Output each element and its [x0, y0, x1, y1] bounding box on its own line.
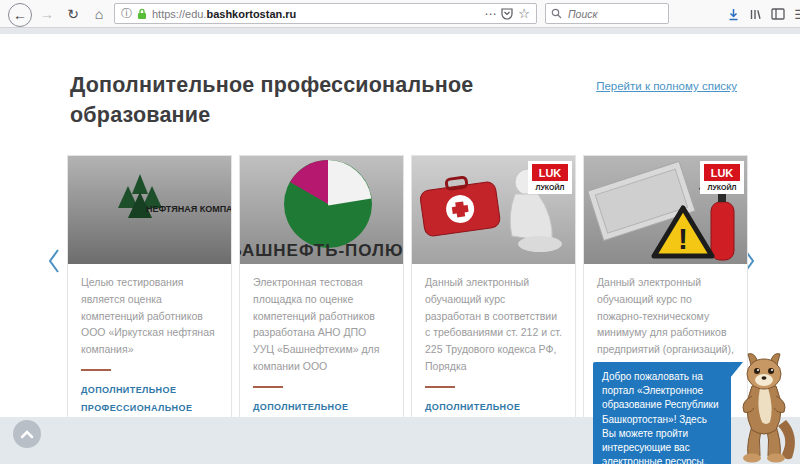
mascot-marten[interactable]: [728, 350, 800, 464]
full-list-link[interactable]: Перейти к полному списку: [596, 80, 737, 92]
back-button[interactable]: ←: [8, 3, 32, 27]
browser-toolbar: ← → ↻ ⌂ ⓘ https://edu.bashkortostan.ru ⋯…: [0, 0, 800, 28]
welcome-tooltip-text: Добро пожаловать на портал «Электронное …: [602, 371, 719, 464]
https-lock-icon: [137, 8, 147, 20]
site-info-icon[interactable]: ⓘ: [121, 6, 132, 21]
course-description: Данный электронный обучающий курс разраб…: [425, 274, 562, 375]
bookmark-star-icon[interactable]: ☆: [518, 6, 530, 21]
library-icon[interactable]: [749, 8, 762, 21]
browser-window: ← → ↻ ⌂ ⓘ https://edu.bashkortostan.ru ⋯…: [0, 0, 800, 464]
carousel-prev-button[interactable]: [47, 248, 61, 274]
irkutsk-oil-logo-image: НЕФТЯНАЯ КОМПАНИЯ: [68, 156, 231, 264]
svg-text:НЕФТЯНАЯ КОМПАНИЯ: НЕФТЯНАЯ КОМПАНИЯ: [146, 204, 231, 214]
course-description: Данный электронный обучающий курс по пож…: [597, 274, 734, 375]
course-description: Целью тестирования является оценка компе…: [81, 274, 218, 358]
url-scheme: https://edu.: [152, 8, 206, 20]
url-text: https://edu.bashkortostan.ru: [152, 8, 296, 20]
pocket-icon[interactable]: [501, 8, 513, 20]
sphere-logo: [284, 160, 372, 248]
page-actions-icon[interactable]: ⋯: [484, 7, 496, 21]
first-aid-image: LUK ЛУКОЙЛ: [412, 156, 575, 264]
course-description: Электронная тестовая площадка по оценке …: [253, 274, 390, 375]
sidebar-toggle-icon[interactable]: [771, 8, 785, 20]
chevron-up-icon: [20, 430, 34, 439]
svg-text:!: !: [678, 222, 688, 255]
bashneft-polus-logo-image: БАШНЕФТЬ-ПОЛЮС: [240, 156, 403, 264]
card-divider: [253, 386, 283, 388]
search-icon: [551, 8, 562, 19]
reload-button[interactable]: ↻: [62, 3, 84, 25]
home-button[interactable]: ⌂: [88, 3, 110, 25]
course-image-bashneft: БАШНЕФТЬ-ПОЛЮС: [240, 156, 403, 264]
lukoil-logo: LUK ЛУКОЙЛ: [528, 161, 572, 194]
card-divider: [425, 386, 455, 388]
page-top-strip: [0, 28, 800, 34]
svg-text:БАШНЕФТЬ-ПОЛЮС: БАШНЕФТЬ-ПОЛЮС: [240, 241, 403, 260]
svg-text:ЛУКОЙЛ: ЛУКОЙЛ: [536, 183, 565, 191]
fire-safety-image: ! LUK ЛУКОЙЛ: [584, 156, 747, 264]
search-input[interactable]: [566, 7, 655, 21]
course-image-irkutsk-oil: НЕФТЯНАЯ КОМПАНИЯ: [68, 156, 231, 264]
url-host: bashkortostan.ru: [206, 8, 296, 20]
download-icon[interactable]: [727, 8, 740, 21]
url-bar[interactable]: ⓘ https://edu.bashkortostan.ru ⋯ ☆: [114, 3, 537, 24]
course-image-first-aid: LUK ЛУКОЙЛ: [412, 156, 575, 264]
search-bar[interactable]: [545, 3, 669, 24]
course-image-fire-safety: ! LUK ЛУКОЙЛ: [584, 156, 747, 264]
card-divider: [81, 369, 111, 371]
welcome-tooltip: Добро пожаловать на портал «Электронное …: [593, 362, 731, 464]
svg-text:LUK: LUK: [711, 167, 734, 179]
svg-text:ЛУКОЙЛ: ЛУКОЙЛ: [708, 183, 737, 191]
forward-button[interactable]: →: [36, 3, 58, 25]
menu-hamburger-icon[interactable]: ☰: [794, 7, 800, 22]
svg-text:LUK: LUK: [539, 167, 562, 179]
lukoil-logo: LUK ЛУКОЙЛ: [700, 161, 744, 194]
scroll-to-top-button[interactable]: [13, 420, 41, 448]
page-title: Дополнительное профессиональное образова…: [70, 70, 540, 130]
